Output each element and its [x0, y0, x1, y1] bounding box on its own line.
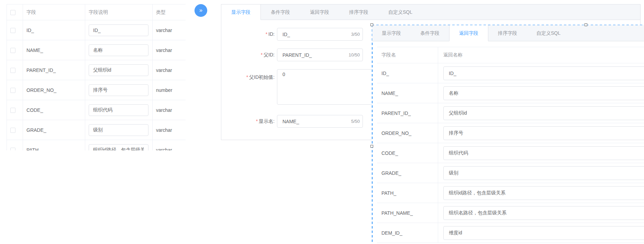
tab-custom-sql[interactable]: 自定义SQL — [527, 25, 570, 41]
tab-condition-fields[interactable]: 条件字段 — [261, 4, 300, 20]
table-row: NAME_ varchar — [7, 40, 186, 60]
required-asterisk: * — [246, 74, 248, 80]
return-name-input[interactable] — [443, 126, 644, 140]
table-row: CODE_ varchar — [7, 100, 186, 120]
table-row: ORDER_NO_ number — [7, 80, 186, 100]
parent-id-field-label: *父ID: — [221, 49, 275, 61]
id-field-label: *ID: — [221, 28, 275, 41]
table-row: GRADE_ varchar — [7, 120, 186, 140]
row-checkbox[interactable] — [10, 28, 15, 33]
display-name-field-label: *显示名: — [221, 115, 275, 128]
return-name-input[interactable] — [443, 146, 644, 160]
field-name: ID_ — [377, 63, 438, 83]
selection-border-left — [372, 25, 373, 244]
return-name-input[interactable] — [443, 186, 644, 200]
table-row: CODE_ — [377, 143, 644, 163]
display-name-input[interactable] — [277, 115, 363, 128]
field-name: ORDER_NO_ — [377, 123, 438, 143]
field-type: varchar — [153, 60, 186, 80]
return-name-input[interactable] — [443, 206, 644, 220]
return-name-input[interactable] — [443, 66, 644, 80]
tab-return-fields[interactable]: 返回字段 — [300, 4, 339, 20]
field-name: NAME_ — [377, 83, 438, 103]
field-name: PATH_ — [377, 183, 438, 203]
table-row: NAME_ — [377, 83, 644, 103]
id-char-counter: 3/50 — [351, 28, 360, 41]
row-checkbox[interactable] — [10, 148, 15, 150]
field-type: number — [153, 80, 186, 100]
field-name: PATH_NAME_ — [377, 203, 438, 223]
field-name: PATH_ — [23, 140, 85, 151]
required-asterisk: * — [261, 52, 263, 57]
tab-display-fields[interactable]: 显示字段 — [221, 4, 261, 20]
table-header-row: 字段名 返回名称 — [377, 47, 644, 63]
source-fields-table: 字段 字段说明 类型 ID_ varchar NAME_ varchar PAR… — [7, 4, 186, 150]
config-tabbar: 显示字段 条件字段 返回字段 排序字段 自定义SQL — [221, 4, 640, 20]
table-row: PATH_NAME_ — [377, 203, 644, 223]
row-checkbox[interactable] — [10, 48, 15, 53]
column-header-desc: 字段说明 — [85, 4, 153, 20]
column-header-name: 字段名 — [377, 47, 438, 63]
required-asterisk: * — [256, 118, 258, 124]
row-checkbox[interactable] — [10, 68, 15, 73]
return-fields-table: 字段名 返回名称 ID_ NAME_ PARENT_ID_ ORDER_NO_ … — [377, 47, 644, 243]
field-name: NAME_ — [23, 40, 85, 60]
expand-button[interactable]: » — [195, 4, 207, 17]
field-type: varchar — [153, 100, 186, 120]
return-name-input[interactable] — [443, 86, 644, 100]
table-row: GRADE_ — [377, 163, 644, 183]
field-name: PARENT_ID_ — [23, 60, 85, 80]
tab-sort-fields[interactable]: 排序字段 — [488, 25, 527, 41]
field-type: varchar — [153, 20, 186, 40]
field-desc-input[interactable] — [89, 124, 148, 136]
table-row: ID_ — [377, 63, 644, 83]
field-name: DEM_ID_ — [377, 223, 438, 243]
return-name-input[interactable] — [443, 166, 644, 180]
field-name: ID_ — [23, 20, 85, 40]
tab-custom-sql[interactable]: 自定义SQL — [378, 4, 422, 20]
row-checkbox[interactable] — [10, 88, 15, 93]
field-desc-input[interactable] — [89, 44, 148, 56]
table-row: ORDER_NO_ — [377, 123, 644, 143]
field-name: CODE_ — [377, 143, 438, 163]
field-desc-input[interactable] — [89, 64, 148, 76]
column-header-type: 类型 — [153, 4, 186, 20]
tab-condition-fields[interactable]: 条件字段 — [411, 25, 449, 41]
table-row: PARENT_ID_ varchar — [7, 60, 186, 80]
tab-sort-fields[interactable]: 排序字段 — [339, 4, 378, 20]
return-name-input[interactable] — [443, 226, 644, 240]
field-desc-input[interactable] — [89, 24, 148, 36]
table-row: ID_ varchar — [7, 20, 186, 40]
field-name: PARENT_ID_ — [377, 103, 438, 123]
column-header-field: 字段 — [23, 4, 85, 20]
table-row: PARENT_ID_ — [377, 103, 644, 123]
resize-handle-left-middle[interactable] — [370, 145, 373, 148]
resize-handle-top-middle[interactable] — [585, 23, 587, 26]
id-input[interactable] — [277, 28, 363, 41]
field-type: varchar — [153, 120, 186, 140]
field-desc-input[interactable] — [89, 104, 148, 116]
required-asterisk: * — [266, 31, 267, 37]
chevron-double-right-icon: » — [199, 7, 202, 13]
table-row: PATH_ varchar — [7, 140, 186, 151]
parent-init-field-label: *父ID初始值: — [221, 71, 275, 84]
display-name-char-counter: 5/50 — [351, 115, 360, 128]
resize-handle-top-left[interactable] — [370, 23, 373, 26]
row-checkbox[interactable] — [10, 128, 15, 133]
return-panel-tabbar: 显示字段 条件字段 返回字段 排序字段 自定义SQL — [372, 25, 644, 41]
column-header-return-name: 返回名称 — [438, 52, 644, 58]
field-desc-input[interactable] — [89, 144, 148, 151]
field-name: GRADE_ — [377, 163, 438, 183]
table-row: DEM_ID_ — [377, 223, 644, 243]
row-checkbox[interactable] — [10, 108, 15, 113]
table-header-row: 字段 字段说明 类型 — [7, 4, 186, 20]
field-type: varchar — [153, 40, 186, 60]
select-all-checkbox[interactable] — [10, 10, 15, 15]
field-name: CODE_ — [23, 100, 85, 120]
tab-return-fields[interactable]: 返回字段 — [449, 25, 488, 41]
field-desc-input[interactable] — [89, 84, 148, 96]
return-fields-panel[interactable]: 显示字段 条件字段 返回字段 排序字段 自定义SQL 字段名 返回名称 ID_ … — [372, 25, 644, 244]
return-name-input[interactable] — [443, 106, 644, 120]
parent-id-char-counter: 10/50 — [348, 49, 360, 61]
tab-display-fields[interactable]: 显示字段 — [372, 25, 411, 41]
